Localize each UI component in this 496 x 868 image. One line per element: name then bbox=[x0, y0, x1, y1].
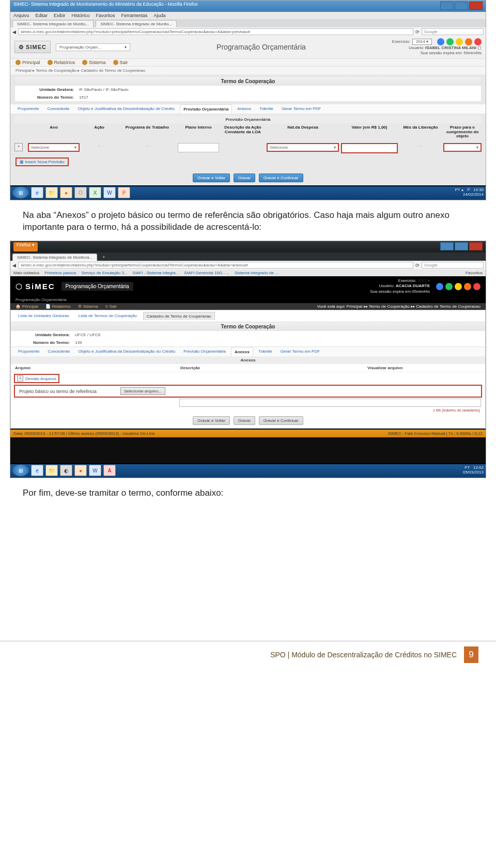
inserir-nova-previsao-link[interactable]: ▦ Inserir Nova Previsão bbox=[16, 157, 69, 166]
nav-principal[interactable]: Principal bbox=[16, 60, 40, 65]
nav-relatorios[interactable]: Relatórios bbox=[48, 60, 75, 65]
tab-1[interactable]: SIMEC- Sistema Integrado de Monito... bbox=[12, 20, 94, 27]
close-button[interactable] bbox=[469, 2, 483, 10]
start-button[interactable]: ⊞ bbox=[12, 465, 29, 476]
nav-back-icon[interactable]: ◀ bbox=[12, 29, 16, 35]
subtab-concedente[interactable]: Concedente bbox=[44, 104, 72, 114]
subtab-anexos[interactable]: Anexos bbox=[231, 347, 253, 356]
status-icon[interactable] bbox=[455, 283, 462, 290]
taskbar-excel-icon[interactable]: X bbox=[89, 187, 101, 198]
bm-1[interactable]: Primeiros passos bbox=[44, 271, 76, 275]
subtab-objeto[interactable]: Objeto e Justificativa da Descentralizaç… bbox=[75, 347, 179, 356]
taskbar-powerpoint-icon[interactable]: P bbox=[118, 187, 130, 198]
exercise-select[interactable]: 2013 ▾ bbox=[417, 278, 430, 283]
add-row-button[interactable]: + bbox=[14, 143, 23, 151]
bm-3[interactable]: SIAFI - Sistema Integra... bbox=[133, 271, 179, 275]
status-icon[interactable] bbox=[464, 283, 471, 290]
descricao-input[interactable] bbox=[179, 399, 481, 407]
status-icon[interactable] bbox=[445, 283, 453, 290]
prazo-select[interactable]: ▾ bbox=[443, 143, 482, 152]
subtab-proponente[interactable]: Proponente bbox=[15, 347, 42, 356]
taskbar-media-icon[interactable]: ◐ bbox=[60, 465, 72, 476]
menu-bookmarks[interactable]: Favoritos bbox=[96, 13, 115, 18]
tab-2[interactable]: SIMEC- Sistema Integrado de Monito... bbox=[96, 20, 177, 27]
taskbar-pdf-icon[interactable]: A bbox=[103, 465, 116, 476]
tab-lista-termos[interactable]: Lista de Termos de Cooperação bbox=[75, 312, 140, 320]
status-icon[interactable] bbox=[436, 283, 443, 290]
taskbar-firefox-icon[interactable]: ● bbox=[60, 187, 72, 198]
taskbar-explorer-icon[interactable]: 📁 bbox=[45, 465, 58, 476]
demais-arquivos-link[interactable]: Demais Arquivos bbox=[14, 374, 59, 383]
module-select[interactable]: Programação Orçam... ▾ bbox=[56, 43, 130, 51]
bm-4[interactable]: SIAFI Gerencial 10G - ... bbox=[184, 271, 229, 275]
nav-sair[interactable]: ⎋Sair bbox=[105, 304, 117, 309]
bm-fav[interactable]: Favoritos bbox=[466, 271, 483, 275]
taskbar-firefox-icon[interactable]: ● bbox=[74, 465, 87, 476]
reload-icon[interactable]: ⟳ bbox=[415, 263, 420, 268]
taskbar-ie-icon[interactable]: e bbox=[31, 465, 43, 476]
taskbar-explorer-icon[interactable]: 📁 bbox=[45, 187, 58, 198]
menu-tools[interactable]: Ferramentas bbox=[121, 13, 148, 18]
valor-input[interactable] bbox=[341, 143, 398, 153]
subtab-concedente[interactable]: Concedente bbox=[44, 347, 73, 356]
gravar-button[interactable]: Gravar bbox=[234, 173, 255, 182]
natureza-select[interactable]: Selecione▾ bbox=[267, 143, 339, 152]
bm-5[interactable]: Sistema Integrado de ... bbox=[235, 271, 278, 275]
plano-input[interactable] bbox=[178, 143, 219, 152]
close-button[interactable] bbox=[469, 242, 483, 250]
tray-lang[interactable]: PT bbox=[464, 465, 470, 470]
new-tab-button[interactable]: + bbox=[99, 254, 108, 261]
nav-sair[interactable]: Sair bbox=[113, 60, 128, 65]
maximize-button[interactable] bbox=[455, 2, 468, 10]
gravar-continuar-button[interactable]: Gravar e Continuar bbox=[259, 416, 303, 425]
taskbar-word-icon[interactable]: W bbox=[103, 187, 116, 198]
exercise-select[interactable]: 2014 ▾ bbox=[412, 39, 432, 45]
gravar-button[interactable]: Gravar bbox=[234, 416, 255, 425]
search-input[interactable]: Google bbox=[422, 28, 484, 35]
menu-help[interactable]: Ajuda bbox=[154, 13, 166, 18]
nav-back-icon[interactable]: ◀ bbox=[12, 263, 16, 268]
bm-2[interactable]: Serviço de Emulação 3... bbox=[82, 271, 128, 275]
tab-lista-ug[interactable]: Lista de Unidades Gestoras bbox=[15, 312, 72, 320]
nav-relatorios[interactable]: 📄Relatórios bbox=[45, 304, 71, 309]
url-input[interactable]: simec-d.mec.gov.br/elabrev/elabrev.php?m… bbox=[18, 262, 413, 269]
menu-edit[interactable]: Editar bbox=[36, 13, 48, 18]
menu-firefox[interactable]: Firefox ▾ bbox=[13, 242, 38, 251]
status-icon[interactable] bbox=[437, 38, 444, 45]
subtab-proponente[interactable]: Proponente bbox=[14, 104, 42, 114]
status-icon[interactable] bbox=[446, 38, 454, 45]
nav-principal[interactable]: 🏠Principal bbox=[16, 304, 38, 309]
subtab-gerar-pdf[interactable]: Gerar Termo em PDF bbox=[278, 104, 324, 114]
gravar-voltar-button[interactable]: Gravar e Voltar bbox=[193, 416, 230, 425]
subtab-previsao[interactable]: Previsão Orçamentária bbox=[180, 104, 232, 114]
status-icon[interactable] bbox=[474, 38, 482, 45]
url-input[interactable]: simec-d.mec.gov.br/elabrev/elabrev.php?m… bbox=[18, 28, 413, 35]
start-button[interactable]: ⊞ bbox=[12, 187, 29, 198]
gravar-voltar-button[interactable]: Gravar e Voltar bbox=[193, 173, 230, 182]
user-menu-icon[interactable]: ▢ bbox=[477, 45, 482, 50]
subtab-anexos[interactable]: Anexos bbox=[234, 104, 254, 114]
menu-file[interactable]: Arquivo bbox=[13, 13, 29, 18]
status-icon[interactable] bbox=[473, 283, 481, 290]
tab-1[interactable]: SIMEC- Sistema Integrado de Monitora... bbox=[12, 254, 97, 261]
tab-cadastro[interactable]: Cadastro de Termo de Cooperacao bbox=[143, 312, 215, 320]
status-icon[interactable] bbox=[456, 38, 463, 45]
reload-icon[interactable]: ⟳ bbox=[415, 29, 420, 35]
selecionar-arquivo-button[interactable]: Selecionar arquivo... bbox=[120, 387, 165, 395]
subtab-gerar-pdf[interactable]: Gerar Termo em PDF bbox=[277, 347, 323, 356]
tray-lang[interactable]: PT ▴ bbox=[455, 187, 463, 192]
search-input[interactable]: Google bbox=[422, 262, 484, 269]
subtab-tramite[interactable]: Trâmite bbox=[256, 104, 276, 114]
gravar-continuar-button[interactable]: Gravar e Continuar bbox=[259, 173, 303, 182]
minimize-button[interactable] bbox=[440, 242, 454, 250]
ano-select[interactable]: Selecione▾ bbox=[28, 143, 80, 152]
menu-view[interactable]: Exibir bbox=[54, 13, 66, 18]
subtab-tramite[interactable]: Trâmite bbox=[255, 347, 275, 356]
taskbar-word-icon[interactable]: W bbox=[89, 465, 101, 476]
subtab-previsao[interactable]: Previsão Orçamentária bbox=[180, 347, 229, 356]
nav-sistema[interactable]: ⚙Sistema bbox=[78, 304, 98, 309]
status-icon[interactable] bbox=[465, 38, 472, 45]
subtab-objeto[interactable]: Objeto e Justificativa da Descentralizaç… bbox=[75, 104, 178, 114]
bm-most[interactable]: Mais visitados bbox=[13, 271, 39, 275]
taskbar-ie-icon[interactable]: e bbox=[31, 187, 43, 198]
